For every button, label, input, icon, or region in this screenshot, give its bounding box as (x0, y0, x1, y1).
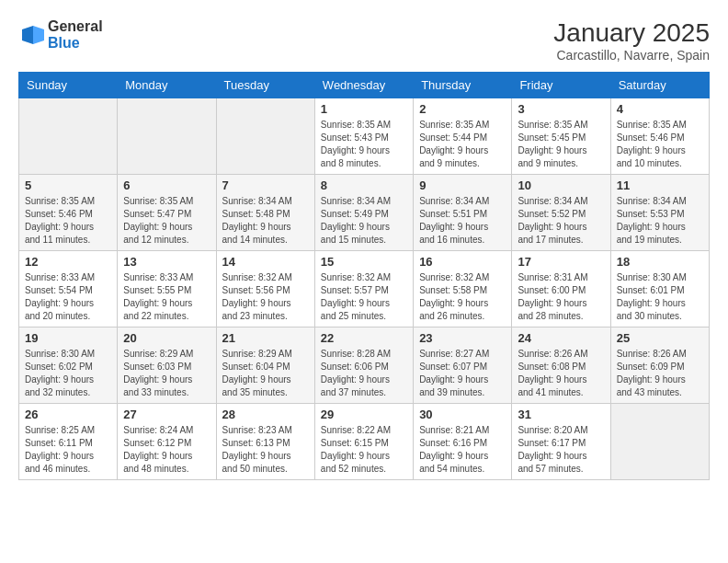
calendar-day-cell: 24Sunrise: 8:26 AM Sunset: 6:08 PM Dayli… (512, 327, 610, 404)
day-number: 10 (518, 178, 604, 192)
calendar-day-cell: 9Sunrise: 8:34 AM Sunset: 5:51 PM Daylig… (414, 175, 512, 251)
logo-icon (18, 22, 44, 48)
calendar-day-cell: 20Sunrise: 8:29 AM Sunset: 6:03 PM Dayli… (118, 327, 216, 404)
day-info: Sunrise: 8:34 AM Sunset: 5:49 PM Dayligh… (321, 195, 407, 247)
calendar-day-cell: 14Sunrise: 8:32 AM Sunset: 5:56 PM Dayli… (216, 251, 314, 327)
day-number: 3 (518, 102, 604, 116)
day-info: Sunrise: 8:29 AM Sunset: 6:03 PM Dayligh… (123, 348, 210, 399)
weekday-header-row: SundayMondayTuesdayWednesdayThursdayFrid… (19, 73, 710, 98)
calendar-day-cell: 30Sunrise: 8:21 AM Sunset: 6:16 PM Dayli… (414, 404, 512, 480)
calendar-day-cell (216, 98, 314, 175)
day-number: 27 (123, 408, 210, 421)
day-number: 20 (123, 331, 210, 345)
logo: General Blue (18, 18, 103, 51)
calendar-day-cell: 7Sunrise: 8:34 AM Sunset: 5:48 PM Daylig… (216, 175, 314, 251)
day-info: Sunrise: 8:34 AM Sunset: 5:52 PM Dayligh… (518, 195, 604, 247)
day-number: 17 (518, 255, 604, 269)
logo-blue-text: Blue (48, 35, 103, 52)
calendar-day-cell: 29Sunrise: 8:22 AM Sunset: 6:15 PM Dayli… (314, 404, 413, 480)
day-info: Sunrise: 8:23 AM Sunset: 6:13 PM Dayligh… (222, 424, 309, 476)
day-info: Sunrise: 8:33 AM Sunset: 5:54 PM Dayligh… (25, 271, 111, 323)
day-number: 30 (419, 408, 506, 421)
day-number: 7 (222, 178, 309, 192)
day-number: 26 (25, 408, 111, 421)
calendar-week-row: 1Sunrise: 8:35 AM Sunset: 5:43 PM Daylig… (19, 98, 710, 175)
day-info: Sunrise: 8:35 AM Sunset: 5:46 PM Dayligh… (617, 119, 703, 170)
calendar-day-cell: 18Sunrise: 8:30 AM Sunset: 6:01 PM Dayli… (610, 251, 709, 327)
calendar-week-row: 12Sunrise: 8:33 AM Sunset: 5:54 PM Dayli… (19, 251, 710, 327)
weekday-header-wednesday: Wednesday (314, 73, 413, 98)
calendar-day-cell: 11Sunrise: 8:34 AM Sunset: 5:53 PM Dayli… (610, 175, 709, 251)
calendar-subtitle: Carcastillo, Navarre, Spain (553, 48, 710, 63)
day-number: 5 (25, 178, 111, 192)
calendar-week-row: 5Sunrise: 8:35 AM Sunset: 5:46 PM Daylig… (19, 175, 710, 251)
day-number: 28 (222, 408, 309, 421)
calendar-day-cell: 23Sunrise: 8:27 AM Sunset: 6:07 PM Dayli… (414, 327, 512, 404)
weekday-header-monday: Monday (118, 73, 216, 98)
calendar-day-cell: 28Sunrise: 8:23 AM Sunset: 6:13 PM Dayli… (216, 404, 314, 480)
calendar-day-cell: 15Sunrise: 8:32 AM Sunset: 5:57 PM Dayli… (314, 251, 413, 327)
calendar-day-cell: 31Sunrise: 8:20 AM Sunset: 6:17 PM Dayli… (512, 404, 610, 480)
day-info: Sunrise: 8:29 AM Sunset: 6:04 PM Dayligh… (222, 348, 309, 399)
day-info: Sunrise: 8:30 AM Sunset: 6:02 PM Dayligh… (25, 348, 111, 399)
day-info: Sunrise: 8:30 AM Sunset: 6:01 PM Dayligh… (617, 271, 703, 323)
day-info: Sunrise: 8:34 AM Sunset: 5:48 PM Dayligh… (222, 195, 309, 247)
day-info: Sunrise: 8:27 AM Sunset: 6:07 PM Dayligh… (419, 348, 506, 399)
header: General Blue January 2025 Carcastillo, N… (18, 18, 710, 63)
day-number: 2 (419, 102, 506, 116)
calendar-day-cell: 3Sunrise: 8:35 AM Sunset: 5:45 PM Daylig… (512, 98, 610, 175)
calendar-day-cell: 25Sunrise: 8:26 AM Sunset: 6:09 PM Dayli… (610, 327, 709, 404)
calendar-body: 1Sunrise: 8:35 AM Sunset: 5:43 PM Daylig… (19, 98, 710, 480)
day-number: 1 (321, 102, 407, 116)
day-number: 9 (419, 178, 506, 192)
day-info: Sunrise: 8:26 AM Sunset: 6:08 PM Dayligh… (518, 348, 604, 399)
day-number: 23 (419, 331, 506, 345)
day-number: 25 (617, 331, 703, 345)
day-number: 15 (321, 255, 407, 269)
weekday-header-thursday: Thursday (414, 73, 512, 98)
day-info: Sunrise: 8:26 AM Sunset: 6:09 PM Dayligh… (617, 348, 703, 399)
day-number: 13 (123, 255, 210, 269)
weekday-header-sunday: Sunday (19, 73, 118, 98)
day-number: 16 (419, 255, 506, 269)
day-info: Sunrise: 8:32 AM Sunset: 5:58 PM Dayligh… (419, 271, 506, 323)
day-number: 11 (617, 178, 703, 192)
calendar-day-cell: 21Sunrise: 8:29 AM Sunset: 6:04 PM Dayli… (216, 327, 314, 404)
day-info: Sunrise: 8:34 AM Sunset: 5:53 PM Dayligh… (617, 195, 703, 247)
calendar-day-cell: 10Sunrise: 8:34 AM Sunset: 5:52 PM Dayli… (512, 175, 610, 251)
day-number: 8 (321, 178, 407, 192)
day-info: Sunrise: 8:35 AM Sunset: 5:47 PM Dayligh… (123, 195, 210, 247)
calendar-day-cell (19, 98, 118, 175)
calendar-day-cell: 1Sunrise: 8:35 AM Sunset: 5:43 PM Daylig… (314, 98, 413, 175)
day-number: 31 (518, 408, 604, 421)
day-info: Sunrise: 8:35 AM Sunset: 5:46 PM Dayligh… (25, 195, 111, 247)
day-number: 6 (123, 178, 210, 192)
calendar-week-row: 19Sunrise: 8:30 AM Sunset: 6:02 PM Dayli… (19, 327, 710, 404)
title-area: January 2025 Carcastillo, Navarre, Spain (553, 18, 710, 63)
day-info: Sunrise: 8:25 AM Sunset: 6:11 PM Dayligh… (25, 424, 111, 476)
calendar-day-cell: 8Sunrise: 8:34 AM Sunset: 5:49 PM Daylig… (314, 175, 413, 251)
calendar-week-row: 26Sunrise: 8:25 AM Sunset: 6:11 PM Dayli… (19, 404, 710, 480)
day-info: Sunrise: 8:28 AM Sunset: 6:06 PM Dayligh… (321, 348, 407, 399)
weekday-header-tuesday: Tuesday (216, 73, 314, 98)
weekday-header-friday: Friday (512, 73, 610, 98)
calendar-day-cell (610, 404, 709, 480)
calendar-day-cell: 12Sunrise: 8:33 AM Sunset: 5:54 PM Dayli… (19, 251, 118, 327)
calendar-day-cell: 13Sunrise: 8:33 AM Sunset: 5:55 PM Dayli… (118, 251, 216, 327)
calendar-day-cell: 6Sunrise: 8:35 AM Sunset: 5:47 PM Daylig… (118, 175, 216, 251)
day-info: Sunrise: 8:22 AM Sunset: 6:15 PM Dayligh… (321, 424, 407, 476)
calendar-header: SundayMondayTuesdayWednesdayThursdayFrid… (19, 73, 710, 98)
day-info: Sunrise: 8:20 AM Sunset: 6:17 PM Dayligh… (518, 424, 604, 476)
day-number: 24 (518, 331, 604, 345)
weekday-header-saturday: Saturday (610, 73, 709, 98)
calendar-day-cell: 19Sunrise: 8:30 AM Sunset: 6:02 PM Dayli… (19, 327, 118, 404)
day-info: Sunrise: 8:35 AM Sunset: 5:45 PM Dayligh… (518, 119, 604, 170)
day-info: Sunrise: 8:33 AM Sunset: 5:55 PM Dayligh… (123, 271, 210, 323)
day-info: Sunrise: 8:35 AM Sunset: 5:43 PM Dayligh… (321, 119, 407, 170)
calendar-day-cell: 26Sunrise: 8:25 AM Sunset: 6:11 PM Dayli… (19, 404, 118, 480)
calendar-day-cell: 22Sunrise: 8:28 AM Sunset: 6:06 PM Dayli… (314, 327, 413, 404)
day-info: Sunrise: 8:35 AM Sunset: 5:44 PM Dayligh… (419, 119, 506, 170)
day-info: Sunrise: 8:21 AM Sunset: 6:16 PM Dayligh… (419, 424, 506, 476)
day-info: Sunrise: 8:32 AM Sunset: 5:57 PM Dayligh… (321, 271, 407, 323)
calendar-day-cell: 5Sunrise: 8:35 AM Sunset: 5:46 PM Daylig… (19, 175, 118, 251)
